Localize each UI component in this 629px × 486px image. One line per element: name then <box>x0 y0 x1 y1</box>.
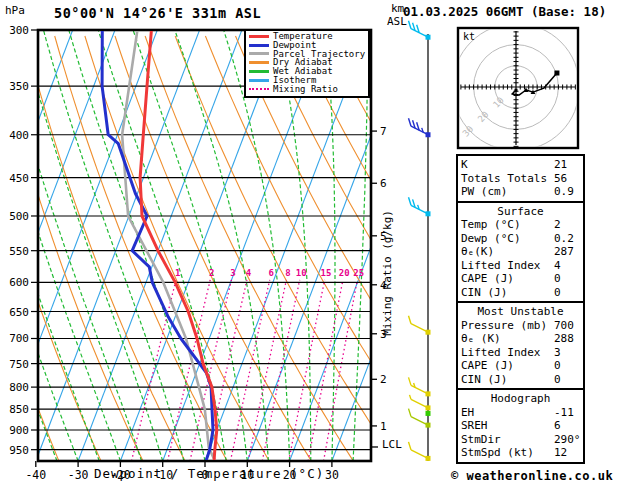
stat-row: CIN (J)0 <box>461 286 580 300</box>
stat-label: Temp (°C) <box>461 218 521 231</box>
svg-text:850: 850 <box>9 403 29 416</box>
mixing-ratio-line-swatch <box>249 88 269 90</box>
panel-title: Most Unstable <box>461 305 580 319</box>
svg-text:450: 450 <box>9 172 29 185</box>
stat-value: 21 <box>554 158 567 172</box>
stat-value: 287 <box>554 245 574 259</box>
legend-item-mixing-ratio: Mixing Ratio <box>249 85 368 94</box>
stats-panel-hodograph: Hodograph EH-11 SREH6 StmDir290° StmSpd … <box>456 388 585 464</box>
isotherm-line-swatch <box>249 79 269 82</box>
stat-label: PW (cm) <box>461 185 507 198</box>
svg-text:350: 350 <box>9 80 29 93</box>
svg-text:1: 1 <box>175 268 180 278</box>
stat-value: 2 <box>554 218 561 232</box>
stat-row: Lifted Index4 <box>461 259 580 273</box>
svg-text:1: 1 <box>380 420 387 433</box>
stat-value: 3 <box>554 346 561 360</box>
svg-text:10: 10 <box>296 268 307 278</box>
hodograph-kt-label: kt <box>463 31 475 42</box>
stat-row: EH-11 <box>461 406 580 420</box>
stat-label: Dewp (°C) <box>461 232 521 245</box>
stat-label: K <box>461 158 468 171</box>
dry-adiabat-line-swatch <box>249 61 269 64</box>
svg-text:950: 950 <box>9 444 29 457</box>
stat-row: θₑ (K)288 <box>461 332 580 346</box>
stat-row: SREH6 <box>461 419 580 433</box>
stat-label: StmDir <box>461 433 501 446</box>
stat-value: 0.2 <box>554 232 574 246</box>
stat-label: Totals Totals <box>461 172 547 185</box>
stats-panel-surface: Surface Temp (°C)2 Dewp (°C)0.2 θₑ(K)287… <box>456 201 585 304</box>
station-title: 50°00'N 14°26'E 331m ASL <box>54 5 261 21</box>
svg-text:-40: -40 <box>25 468 46 482</box>
stat-value: -11 <box>554 406 574 420</box>
svg-text:600: 600 <box>9 276 29 289</box>
stat-label: θₑ (K) <box>461 332 501 345</box>
svg-text:700: 700 <box>9 332 29 345</box>
datetime-title: 01.03.2025 06GMT (Base: 18) <box>403 4 606 19</box>
stats-panel-most-unstable: Most Unstable Pressure (mb)700 θₑ (K)288… <box>456 301 585 390</box>
stat-row: Pressure (mb)700 <box>461 319 580 333</box>
svg-text:550: 550 <box>9 245 29 258</box>
stat-label: Lifted Index <box>461 346 540 359</box>
svg-text:6: 6 <box>380 177 387 190</box>
stat-row: CIN (J)0 <box>461 373 580 387</box>
svg-text:4: 4 <box>246 268 252 278</box>
stat-row: K21 <box>461 158 580 172</box>
svg-text:2: 2 <box>380 373 387 386</box>
stat-label: θₑ(K) <box>461 245 494 258</box>
stat-row: PW (cm)0.9 <box>461 185 580 199</box>
stat-value: 0.9 <box>554 185 574 199</box>
svg-text:3: 3 <box>230 268 235 278</box>
stat-value: 0 <box>554 373 561 387</box>
stat-value: 290° <box>554 433 581 447</box>
stat-row: StmDir290° <box>461 433 580 447</box>
mixing-ratio-labels: 12346810152025 <box>175 268 364 278</box>
stat-label: StmSpd (kt) <box>461 446 534 459</box>
stat-label: CIN (J) <box>461 373 507 386</box>
svg-text:650: 650 <box>9 306 29 319</box>
stats-panel-indices: K21 Totals Totals56 PW (cm)0.9 <box>456 154 585 203</box>
stat-row: CAPE (J)0 <box>461 359 580 373</box>
stat-value: 288 <box>554 332 574 346</box>
panel-title: Hodograph <box>461 392 580 406</box>
stat-row: CAPE (J)0 <box>461 272 580 286</box>
svg-text:15: 15 <box>321 268 332 278</box>
stat-label: SREH <box>461 419 488 432</box>
svg-text:750: 750 <box>9 358 29 371</box>
stat-label: CAPE (J) <box>461 359 514 372</box>
wind-barb-column <box>409 21 431 461</box>
svg-text:400: 400 <box>9 129 29 142</box>
svg-text:30: 30 <box>325 468 339 482</box>
stat-label: CIN (J) <box>461 286 507 299</box>
stat-value: 56 <box>554 172 567 186</box>
wet-adiabat-line-swatch <box>249 70 269 73</box>
sounding-screenshot: 1234681015202530035040045050055060065070… <box>0 0 629 486</box>
svg-text:500: 500 <box>9 210 29 223</box>
stat-row: Temp (°C)2 <box>461 218 580 232</box>
stat-label: EH <box>461 406 474 419</box>
svg-text:25: 25 <box>353 268 364 278</box>
stat-row: Lifted Index3 <box>461 346 580 360</box>
stat-value: 700 <box>554 319 574 333</box>
svg-text:300: 300 <box>9 24 29 37</box>
stat-value: 0 <box>554 359 561 373</box>
stat-row: Totals Totals56 <box>461 172 580 186</box>
svg-text:6: 6 <box>268 268 273 278</box>
temperature-line-swatch <box>249 35 269 38</box>
pressure-unit-label: hPa <box>5 4 25 17</box>
stat-value: 6 <box>554 419 561 433</box>
legend: Temperature Dewpoint Parcel Trajectory D… <box>244 29 370 98</box>
lcl-label: LCL <box>382 438 402 451</box>
mixing-ratio-axis-label: Mixing Ratio (g/kg) <box>381 210 394 336</box>
stat-label: CAPE (J) <box>461 272 514 285</box>
pressure-tick-labels: 3003504004505005506006507007508008509009… <box>9 24 29 457</box>
panel-title: Surface <box>461 205 580 219</box>
stat-row: StmSpd (kt)12 <box>461 446 580 460</box>
stat-value: 12 <box>554 446 567 460</box>
stat-value: 4 <box>554 259 561 273</box>
stat-row: Dewp (°C)0.2 <box>461 232 580 246</box>
hodograph: 102030 <box>452 23 579 150</box>
dewpoint-line-swatch <box>249 44 269 47</box>
stat-label: Lifted Index <box>461 259 540 272</box>
